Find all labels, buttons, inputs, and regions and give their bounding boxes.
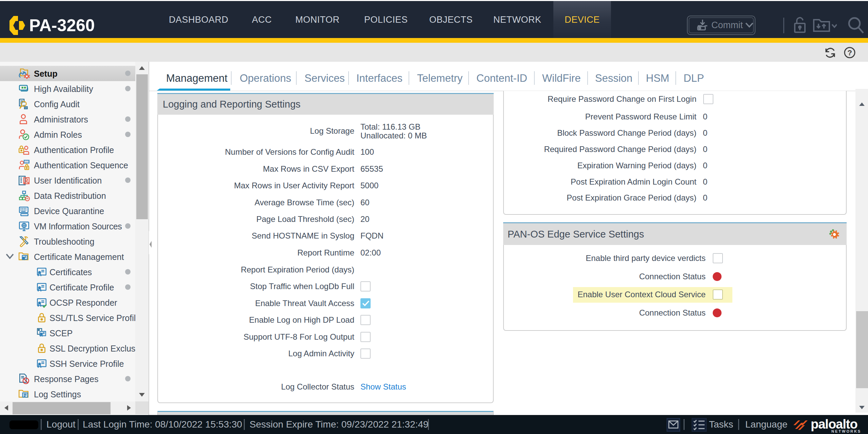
svg-text:?: ? (847, 49, 852, 57)
svg-text:123: 123 (24, 160, 28, 163)
